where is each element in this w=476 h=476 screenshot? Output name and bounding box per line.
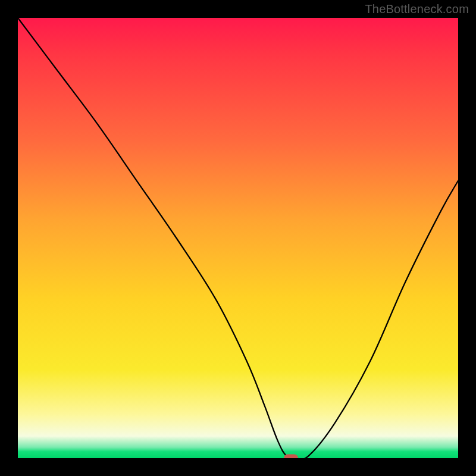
plot-area xyxy=(18,18,458,458)
optimal-marker xyxy=(284,455,298,459)
watermark-text: TheBottleneck.com xyxy=(365,2,469,16)
chart-frame: TheBottleneck.com xyxy=(0,0,476,476)
bottleneck-curve xyxy=(18,18,458,458)
